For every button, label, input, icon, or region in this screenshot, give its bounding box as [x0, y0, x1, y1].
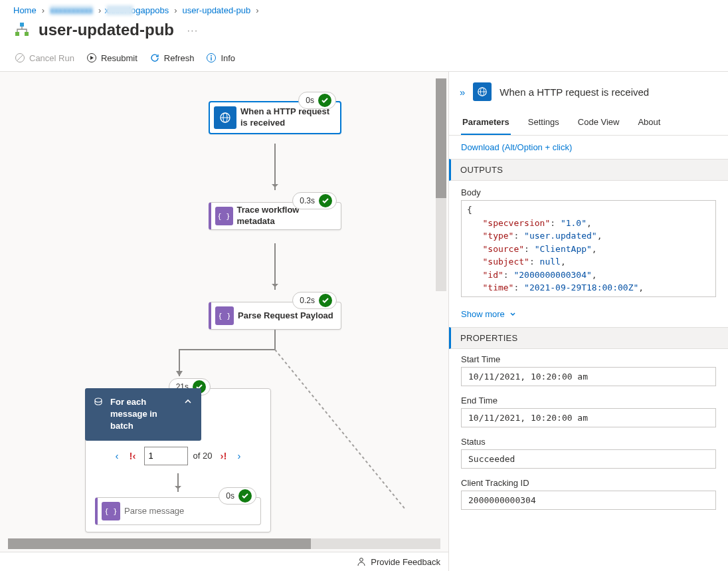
connector-arrow — [274, 243, 276, 290]
http-icon — [214, 106, 236, 129]
prop-value[interactable]: 10/11/2021, 10:20:00 am — [461, 367, 716, 386]
prop-start-time: Start Time 10/11/2021, 10:20:00 am — [461, 354, 716, 386]
chevron-up-icon[interactable] — [183, 396, 193, 407]
node-parse-payload[interactable]: 0.2s { } Parse Request Payload — [209, 302, 341, 330]
prop-client-tracking-id: Client Tracking ID 2000000000304 — [461, 478, 716, 510]
chevron-right-icon: › — [98, 5, 101, 15]
pager-total: of 20 — [193, 451, 213, 461]
connector-arrow — [274, 144, 276, 190]
cancel-icon — [15, 53, 25, 63]
svg-point-15 — [360, 558, 363, 562]
resubmit-icon — [86, 53, 97, 63]
more-menu-button[interactable]: ··· — [182, 23, 204, 38]
prop-end-time: End Time 10/11/2021, 10:20:00 am — [461, 396, 716, 427]
loop-icon — [93, 396, 104, 407]
node-label: For each message in batch — [110, 396, 176, 433]
horizontal-scrollbar[interactable] — [8, 538, 440, 549]
pager-next[interactable]: › — [234, 447, 243, 464]
outputs-header: OUTPUTS — [449, 159, 728, 181]
braces-icon: { } — [215, 207, 233, 225]
iteration-pager: ‹ !‹ of 20 ›! › — [86, 440, 270, 472]
node-label: Parse Request Payload — [238, 310, 340, 322]
for-each-header[interactable]: For each message in batch — [85, 388, 201, 441]
prop-value[interactable]: 2000000000304 — [461, 491, 716, 510]
chevron-down-icon — [509, 310, 517, 318]
designer-canvas[interactable]: 0s When a HTTP request is received 0.3s … — [0, 72, 449, 571]
status-badge: 0.2s — [292, 292, 337, 309]
check-icon — [319, 194, 332, 207]
svg-text:{ }: { } — [106, 507, 116, 516]
braces-icon: { } — [215, 306, 234, 325]
outputs-body-json[interactable]: { "specversion": "1.0", "type": "user.up… — [461, 200, 716, 297]
check-icon — [319, 294, 332, 307]
status-badge: 0s — [298, 92, 336, 109]
breadcrumb-home[interactable]: Home — [13, 5, 37, 15]
breadcrumb: Home › xxxxxxxxxx › xxxxxxx-logappobs › … — [0, 0, 728, 18]
breadcrumb-logapp[interactable]: xxxxxxx-logappobs — [106, 5, 169, 15]
vertical-scrollbar[interactable] — [436, 78, 446, 291]
chevron-right-icon: › — [174, 5, 177, 15]
prop-value[interactable]: Succeeded — [461, 449, 716, 469]
body-label: Body — [461, 187, 716, 197]
breadcrumb-sub[interactable]: xxxxxxxxxx — [50, 5, 93, 15]
details-title: When a HTTP request is received — [500, 86, 649, 98]
check-icon — [318, 94, 331, 107]
feedback-bar: Provide Feedback — [0, 552, 448, 571]
toolbar: Cancel Run Resubmit Refresh Info — [0, 47, 728, 71]
tab-parameters[interactable]: Parameters — [461, 113, 511, 135]
svg-rect-0 — [20, 23, 24, 27]
resubmit-button[interactable]: Resubmit — [86, 53, 137, 63]
details-tabs: Parameters Settings Code View About — [449, 106, 728, 136]
pager-prev[interactable]: ‹ — [113, 447, 122, 464]
prop-value[interactable]: 10/11/2021, 10:20:00 am — [461, 408, 716, 427]
chevron-right-icon: › — [256, 5, 258, 15]
status-badge: 0.3s — [292, 192, 337, 209]
node-parse-message[interactable]: 0s { } Parse message — [95, 497, 261, 525]
download-link[interactable]: Download (Alt/Option + click) — [449, 136, 728, 159]
collapse-panel-button[interactable]: » — [460, 86, 465, 98]
node-for-each[interactable]: 21s For each message in batch ‹ !‹ of 20… — [85, 388, 271, 532]
page-title: user-updated-pub — [39, 21, 174, 39]
status-badge: 0s — [219, 487, 256, 505]
refresh-button[interactable]: Refresh — [149, 53, 195, 63]
pager-input[interactable] — [144, 447, 188, 465]
tab-about[interactable]: About — [636, 113, 662, 135]
http-icon — [473, 82, 492, 101]
breadcrumb-workflow[interactable]: user-updated-pub — [183, 5, 251, 15]
page-title-row: user-updated-pub ··· — [0, 18, 728, 47]
tab-codeview[interactable]: Code View — [577, 113, 621, 135]
svg-text:{ }: { } — [219, 212, 229, 221]
logic-app-icon — [13, 21, 31, 39]
svg-rect-8 — [211, 57, 212, 60]
info-icon — [206, 53, 217, 63]
node-label: When a HTTP request is received — [240, 106, 340, 129]
svg-text:{ }: { } — [219, 312, 230, 320]
properties-header: PROPERTIES — [449, 327, 728, 349]
cancel-run-button: Cancel Run — [15, 53, 74, 63]
braces-icon: { } — [102, 502, 120, 520]
svg-line-4 — [17, 55, 23, 60]
person-icon — [356, 556, 367, 567]
pager-next-fail[interactable]: ›! — [217, 447, 229, 464]
chevron-right-icon: › — [42, 5, 45, 15]
tab-settings[interactable]: Settings — [527, 113, 561, 135]
svg-rect-1 — [15, 32, 19, 36]
refresh-icon — [149, 53, 160, 63]
check-icon — [238, 489, 252, 503]
node-trace-metadata[interactable]: 0.3s { } Trace workflow metadata — [209, 202, 341, 230]
svg-rect-2 — [25, 32, 29, 36]
prop-status: Status Succeeded — [461, 437, 716, 469]
svg-point-7 — [211, 55, 212, 57]
provide-feedback-button[interactable]: Provide Feedback — [356, 556, 440, 567]
info-button[interactable]: Info — [206, 53, 235, 63]
show-more-link[interactable]: Show more — [449, 301, 728, 327]
pager-first-fail[interactable]: !‹ — [127, 447, 139, 464]
node-label: Parse message — [124, 506, 184, 516]
details-panel: » When a HTTP request is received Parame… — [449, 72, 728, 571]
node-http-trigger[interactable]: 0s When a HTTP request is received — [209, 101, 341, 134]
